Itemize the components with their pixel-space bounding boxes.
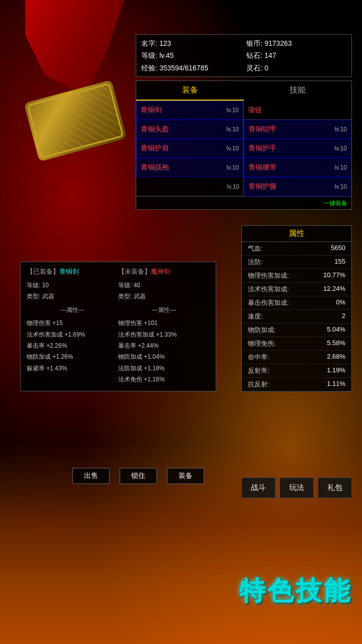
one-click-row: 一键装备	[136, 196, 351, 209]
equip-item-2[interactable]: 青铜护肩 lv.10	[136, 139, 243, 158]
equip-skill-grid: 青铜剑 lv.10 青铜头盔 lv.10 青铜护肩 lv.10 青铜战袍 lv.…	[136, 101, 351, 196]
action-buttons: 出售 锁住 装备	[60, 468, 216, 484]
bottom-nav: 战斗 玩法 礼包	[241, 477, 352, 498]
compare-stat-0: 物理伤害 +15 物理伤害 +101	[27, 318, 210, 328]
gameplay-button[interactable]: 玩法	[280, 477, 314, 498]
compare-levels: 等级: 10 等级: 40	[27, 280, 210, 290]
top-info-panel: 名字: 123 银币: 9173263 等级: lv.45 钻石: 147 经验…	[136, 34, 352, 77]
equipment-column: 青铜剑 lv.10 青铜头盔 lv.10 青铜护肩 lv.10 青铜战袍 lv.…	[136, 101, 244, 196]
skill-item-4[interactable]: 青铜护腿 lv.10	[244, 177, 351, 196]
compare-stat-1: 法术伤害加成 +1.69% 法术伤害加成 +1.33%	[27, 330, 210, 340]
attributes-title: 属性	[242, 226, 351, 242]
compare-panel: 【已装备】青铜剑 【未装备】魔神剑 等级: 10 等级: 40 类型: 武器 类…	[20, 262, 216, 391]
attr-pdef-bonus: 物防加成: 5.04%	[242, 324, 351, 337]
combat-button[interactable]: 战斗	[241, 477, 276, 498]
skill-item-1[interactable]: 青铜铠甲 lv.10	[244, 120, 351, 139]
silver-info: 银币: 9173263	[246, 38, 346, 49]
equip-item-3[interactable]: 青铜战袍 lv.10	[136, 158, 243, 177]
equip-item-1[interactable]: 青铜头盔 lv.10	[136, 120, 243, 139]
attr-phys-reduction: 物理免伤: 5.58%	[242, 337, 351, 351]
compare-unequipped-header: 【未装备】魔神剑	[118, 267, 210, 276]
compare-stat-3: 物防加成 +1.26% 物防加成 +1.04%	[27, 352, 210, 362]
equip-skill-panel: 装备 技能 青铜剑 lv.10 青铜头盔 lv.10 青铜护肩 lv.10	[136, 80, 352, 210]
attr-crit-dmg: 暴击伤害加成: 0%	[242, 296, 351, 310]
compare-types: 类型: 武器 类型: 武器	[27, 291, 210, 301]
compare-header: 【已装备】青铜剑 【未装备】魔神剑	[27, 267, 210, 276]
attr-mdef: 法防: 155	[242, 256, 351, 269]
attributes-panel: 属性 气血: 5650 法防: 155 物理伤害加成: 10.77% 法术伤害加…	[241, 225, 352, 392]
skill-column: 项链 青铜铠甲 lv.10 青铜护手 lv.10 青铜腰带 lv.10 青铜护腿	[244, 101, 351, 196]
skill-item-2[interactable]: 青铜护手 lv.10	[244, 139, 351, 158]
bottom-title: 特色技能	[239, 574, 352, 609]
tab-equipment[interactable]: 装备	[136, 81, 244, 101]
attr-anti-reflect: 抗反射: 1.11%	[242, 378, 351, 391]
equip-button[interactable]: 装备	[167, 468, 204, 484]
compare-stat-dividers: —属性— —属性—	[27, 303, 210, 317]
compare-stat-4: 躲避率 +1.43% 法防加成 +1.18%	[27, 363, 210, 373]
tab-skill[interactable]: 技能	[244, 81, 351, 101]
attr-magic-dmg: 法术伤害加成: 12.24%	[242, 283, 351, 296]
lock-button[interactable]: 锁住	[120, 468, 157, 484]
equip-item-4[interactable]: lv.10	[136, 177, 243, 196]
attr-phys-dmg: 物理伤害加成: 10.77%	[242, 269, 351, 283]
spirit-info: 灵石: 0	[246, 62, 346, 73]
attr-reflect: 反射率: 1.19%	[242, 364, 351, 378]
attr-speed: 速度: 2	[242, 310, 351, 324]
skill-item-3[interactable]: 青铜腰带 lv.10	[244, 158, 351, 177]
tabs-header: 装备 技能	[136, 81, 351, 101]
attr-hp: 气血: 5650	[242, 242, 351, 256]
character-level: 等级: lv.45	[141, 50, 241, 61]
diamond-info: 钻石: 147	[246, 50, 346, 61]
compare-stat-5: 法术免伤 +1.16%	[27, 374, 210, 384]
main-content: 名字: 123 银币: 9173263 等级: lv.45 钻石: 147 经验…	[0, 0, 362, 644]
gift-button[interactable]: 礼包	[318, 477, 352, 498]
equip-item-0[interactable]: 青铜剑 lv.10	[136, 101, 243, 120]
attr-hit: 命中率: 2.68%	[242, 351, 351, 364]
one-click-equip-button[interactable]: 一键装备	[323, 199, 347, 208]
exp-info: 经验: 353594/616785	[141, 62, 241, 73]
skill-item-0[interactable]: 项链	[244, 101, 351, 120]
compare-stat-2: 暴击率 +2.26% 暴击率 +2.44%	[27, 341, 210, 351]
character-name: 名字: 123	[141, 38, 241, 49]
sell-button[interactable]: 出售	[72, 468, 110, 484]
compare-equipped-header: 【已装备】青铜剑	[27, 267, 118, 276]
